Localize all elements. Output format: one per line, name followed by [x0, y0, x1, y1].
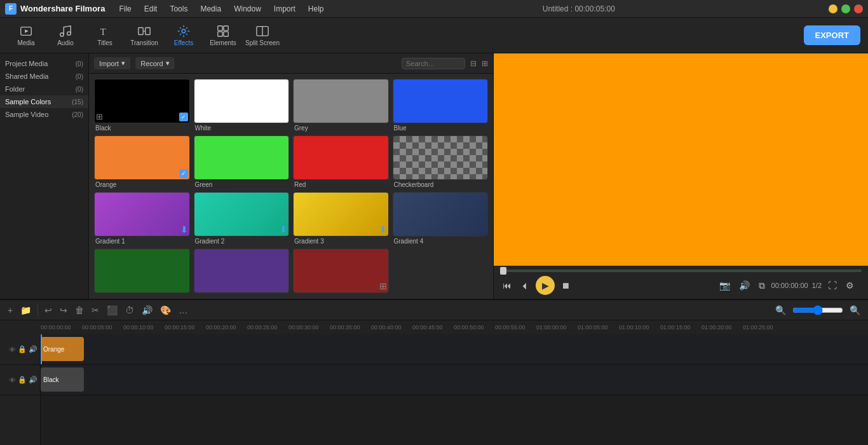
sidebar-item-sample-video[interactable]: Sample Video (20): [0, 108, 88, 121]
elements-icon: [216, 24, 230, 38]
filter-icon[interactable]: ⊟: [470, 59, 477, 68]
track-audio-icon[interactable]: 🔊: [29, 376, 37, 384]
rewind-button[interactable]: ⏮: [500, 279, 514, 292]
sidebar-item-sample-colors[interactable]: Sample Colors (15): [0, 95, 88, 108]
main-layout: Project Media (0) Shared Media (0) Folde…: [0, 53, 868, 299]
audio-icon: [58, 24, 72, 38]
tool-titles[interactable]: T Titles: [86, 20, 123, 51]
list-item[interactable]: ⊞ ✓ Black: [94, 79, 190, 132]
menu-file[interactable]: File: [114, 3, 136, 15]
fullscreen-button[interactable]: ⛶: [825, 279, 839, 292]
list-item[interactable]: ⊞: [293, 249, 389, 294]
export-button[interactable]: EXPORT: [804, 25, 860, 45]
tool-split-screen[interactable]: Split Screen: [244, 20, 281, 51]
sidebar-item-project-media[interactable]: Project Media (0): [0, 57, 88, 70]
ruler-mark: 01:00:00:00: [536, 324, 578, 331]
play-button[interactable]: ▶: [536, 276, 555, 295]
timeline-add-button[interactable]: +: [5, 304, 15, 317]
timeline-color-button[interactable]: 🎨: [158, 304, 173, 317]
close-button[interactable]: [854, 4, 863, 13]
progress-bar[interactable]: [500, 270, 862, 272]
track-lock-icon[interactable]: 🔒: [18, 345, 27, 353]
list-item[interactable]: Grey: [293, 79, 389, 132]
list-item[interactable]: Green: [194, 135, 290, 188]
ruler-mark: 00:00:00:00: [41, 324, 82, 331]
menu-help[interactable]: Help: [303, 3, 329, 15]
list-item[interactable]: Red: [293, 135, 389, 188]
timeline-more-button[interactable]: …: [176, 304, 190, 317]
timeline-speed-button[interactable]: ⏱: [123, 304, 137, 317]
media-thumb-darkpurple: [194, 249, 290, 293]
track-row-video1: Orange: [41, 334, 868, 365]
snapshot-button[interactable]: 📷: [717, 279, 733, 292]
svg-rect-9: [218, 26, 222, 31]
track-clip-black[interactable]: Black: [41, 367, 84, 392]
sidebar-item-shared-media[interactable]: Shared Media (0): [0, 70, 88, 83]
list-item[interactable]: ✓ Orange: [94, 135, 190, 188]
zoom-slider[interactable]: [792, 305, 843, 315]
media-thumb-black: ⊞ ✓: [94, 79, 190, 123]
minimize-button[interactable]: [829, 4, 837, 13]
timeline-folder-button[interactable]: 📁: [18, 304, 34, 317]
maximize-button[interactable]: [841, 4, 850, 13]
track-lock-icon[interactable]: 🔒: [18, 376, 27, 384]
pip-button[interactable]: ⧉: [756, 279, 768, 292]
ruler-mark: 00:00:20:00: [206, 324, 247, 331]
timeline-audio-button[interactable]: 🔊: [139, 304, 155, 317]
svg-point-8: [182, 29, 186, 33]
sidebar-item-folder[interactable]: Folder (0): [0, 83, 88, 95]
media-thumb-red: [293, 135, 389, 180]
record-button[interactable]: Record ▾: [135, 57, 174, 69]
preview-panel: ⏮ ⏴ ▶ ⏹ 📷 🔊 ⧉ 00:00:00:00 1/2 ⛶ ⚙: [493, 53, 868, 299]
media-thumb-blue: [393, 79, 489, 123]
timeline-redo-button[interactable]: ↪: [57, 304, 70, 317]
track-eye-icon[interactable]: 👁: [9, 376, 16, 384]
list-item[interactable]: Gradient 4: [393, 192, 489, 245]
timeline-undo-button[interactable]: ↩: [42, 304, 55, 317]
tool-elements[interactable]: Elements: [205, 20, 241, 51]
tool-effects[interactable]: Effects: [165, 20, 202, 51]
track-label-video2: 👁 🔒 🔊: [0, 365, 40, 395]
list-item[interactable]: ⬇ Gradient 2: [194, 192, 290, 245]
timeline-crop-button[interactable]: ⬛: [104, 304, 120, 317]
grid-icon[interactable]: ⊞: [482, 59, 488, 68]
menu-media[interactable]: Media: [195, 3, 226, 15]
stop-button[interactable]: ⏹: [559, 279, 573, 292]
timeline-delete-button[interactable]: 🗑: [72, 304, 86, 317]
step-back-button[interactable]: ⏴: [518, 279, 532, 292]
timeline-tracks: 👁 🔒 🔊 👁 🔒 🔊 Orange: [0, 334, 868, 445]
media-thumb-checkerboard: [393, 135, 489, 180]
menu-window[interactable]: Window: [229, 3, 266, 15]
main-toolbar: Media Audio T Titles Transition Effects …: [0, 18, 868, 53]
media-thumb-gradient1: ⬇: [94, 192, 190, 236]
timeline-zoom-in-button[interactable]: 🔍: [773, 304, 789, 317]
search-input[interactable]: [402, 58, 465, 69]
content-toolbar: Import ▾ Record ▾ ⊟ ⊞: [89, 53, 493, 74]
list-item[interactable]: ⬇ Gradient 1: [94, 192, 190, 245]
tool-media[interactable]: Media: [8, 20, 44, 51]
timeline-cut-button[interactable]: ✂: [89, 304, 102, 317]
list-item[interactable]: White: [194, 79, 290, 132]
timeline-zoom-out-button[interactable]: 🔍: [847, 304, 863, 317]
track-eye-icon[interactable]: 👁: [9, 346, 16, 353]
track-audio-icon[interactable]: 🔊: [29, 345, 37, 353]
list-item[interactable]: [194, 249, 290, 294]
menu-import[interactable]: Import: [269, 3, 301, 15]
list-item[interactable]: Blue: [393, 79, 489, 132]
tool-audio[interactable]: Audio: [47, 20, 84, 51]
menu-edit[interactable]: Edit: [139, 3, 163, 15]
app-name: Wondershare Filmora: [20, 4, 105, 13]
list-item[interactable]: [94, 249, 190, 294]
import-button[interactable]: Import ▾: [94, 57, 130, 69]
settings-button[interactable]: ⚙: [843, 279, 857, 292]
list-item[interactable]: ⬇ Gradient 3: [293, 192, 389, 245]
check-mark-black: ✓: [179, 113, 188, 121]
tool-transition[interactable]: Transition: [126, 20, 163, 51]
list-item[interactable]: Checkerboard: [393, 135, 489, 188]
menu-tools[interactable]: Tools: [165, 3, 193, 15]
svg-text:T: T: [100, 27, 106, 37]
ruler-mark: 00:00:45:00: [412, 324, 454, 331]
audio-button[interactable]: 🔊: [736, 279, 752, 292]
window-title: Untitled : 00:00:05:00: [332, 4, 826, 13]
track-clip-orange[interactable]: Orange: [41, 337, 84, 361]
